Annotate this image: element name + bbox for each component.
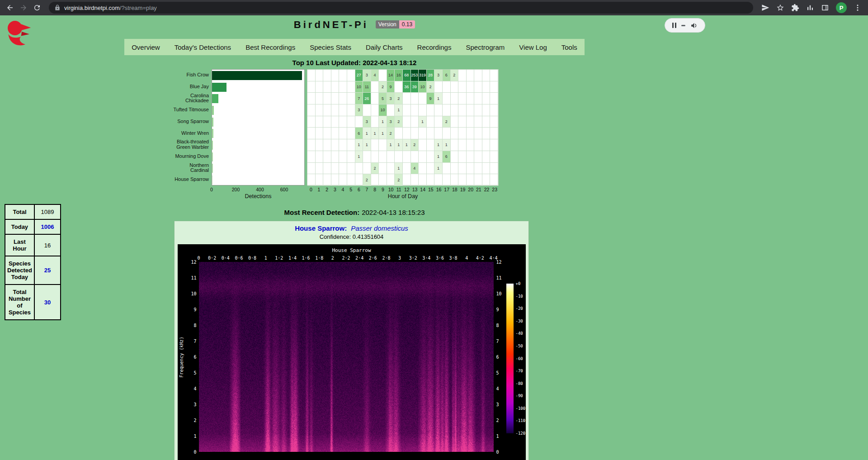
- speaker-icon[interactable]: [690, 22, 698, 29]
- heatmap-cell: 10: [379, 104, 387, 116]
- species-latin-link[interactable]: Passer domesticus: [351, 224, 408, 232]
- heatmap-cell: [307, 93, 316, 104]
- reload-icon[interactable]: [31, 1, 43, 14]
- heatmap-cell: [323, 116, 331, 128]
- heatmap-cell: [339, 128, 347, 139]
- stats-row: Total Number of Species30: [5, 285, 61, 320]
- nav-item-species-stats[interactable]: Species Stats: [302, 43, 359, 51]
- heatmap-cell: 9: [427, 93, 435, 104]
- heatmap-cell: [316, 139, 324, 151]
- stats-value[interactable]: 25: [34, 256, 61, 285]
- nav-item-recordings[interactable]: Recordings: [410, 43, 459, 51]
- extensions-puzzle-icon[interactable]: [791, 4, 799, 12]
- profile-avatar[interactable]: P: [836, 2, 847, 13]
- heatmap-cell: 39: [411, 81, 419, 93]
- spectrogram-freq-tick-left: 9: [179, 307, 197, 312]
- browser-menu-icon[interactable]: [854, 4, 862, 12]
- colorbar-tick: -90: [516, 394, 523, 398]
- heatmap-cell: 1: [434, 93, 443, 104]
- stats-table-body: Total1089Today1006Last Hour16Species Det…: [5, 204, 61, 320]
- colorbar-tick: -100: [516, 406, 526, 411]
- heatmap-cell: [482, 116, 491, 128]
- nav-item-spectrogram[interactable]: Spectrogram: [458, 43, 512, 51]
- nav-item-today-s-detections[interactable]: Today's Detections: [167, 43, 238, 51]
- heatmap-cell: [307, 116, 316, 128]
- address-bar[interactable]: virginia.birdnetpi.com/?stream=play: [49, 2, 753, 14]
- heatmap-cell: 2: [451, 70, 459, 81]
- heatmap-cell: [482, 70, 491, 81]
- heatmap-cell: [339, 174, 347, 186]
- stats-row: Species Detected Today25: [5, 256, 61, 285]
- heatmap-cell: 2: [395, 116, 403, 128]
- species-common-link[interactable]: House Sparrow:: [295, 224, 347, 232]
- player-seek-handle[interactable]: [681, 25, 685, 26]
- heatmap-cell: [419, 163, 427, 175]
- heatmap-cell: [474, 116, 482, 128]
- heatmap-cell: [467, 116, 475, 128]
- nav-item-tools[interactable]: Tools: [554, 43, 585, 51]
- hour-axis-tick: 0: [310, 187, 312, 192]
- heatmap-cell: [451, 139, 459, 151]
- spectrogram-time-tick: 3: [398, 256, 401, 261]
- spectrogram-time-tick: 0·2: [208, 256, 216, 261]
- heatmap-cell: [379, 163, 387, 175]
- heatmap-cell: [411, 116, 419, 128]
- heatmap-cell: 7: [355, 93, 363, 104]
- stats-value[interactable]: 1006: [34, 219, 61, 234]
- hour-axis-tick: 2: [326, 187, 328, 192]
- colorbar-tick: -60: [516, 356, 523, 361]
- nav-item-overview[interactable]: Overview: [124, 43, 167, 51]
- heatmap-cell: [451, 81, 459, 93]
- stats-label: Last Hour: [5, 234, 34, 256]
- heatmap-cell: [451, 163, 459, 175]
- stats-value: 16: [34, 234, 61, 256]
- side-panel-icon[interactable]: [821, 4, 829, 12]
- heatmap-cell: 3: [434, 70, 443, 81]
- pause-icon[interactable]: [672, 23, 676, 28]
- nav-item-daily-charts[interactable]: Daily Charts: [359, 43, 410, 51]
- spectrogram-time-tick: 0·4: [222, 256, 230, 261]
- media-controls-icon[interactable]: [806, 4, 814, 12]
- heatmap-cell: [467, 163, 475, 175]
- stats-label: Total: [5, 204, 34, 219]
- heatmap-cell: 5: [379, 93, 387, 104]
- heatmap-cell: [339, 93, 347, 104]
- nav-item-best-recordings[interactable]: Best Recordings: [238, 43, 302, 51]
- heatmap-cell: 1: [395, 139, 403, 151]
- heatmap-cell: [482, 151, 491, 163]
- stats-value[interactable]: 30: [34, 285, 61, 320]
- heatmap-cell: [451, 116, 459, 128]
- species-label: Mourning Dove: [170, 151, 212, 162]
- hour-axis-tick: 8: [373, 187, 376, 192]
- spectrogram-freq-tick-left: 3: [179, 402, 197, 407]
- heatmap-cell: [371, 116, 379, 128]
- heatmap-cell: [307, 128, 316, 139]
- heatmap-cell: [467, 70, 475, 81]
- send-icon[interactable]: [761, 4, 769, 12]
- heatmap-cell: 3: [355, 104, 363, 116]
- heatmap-cell: [316, 128, 324, 139]
- heatmap-cell: [451, 104, 459, 116]
- heatmap-cell: 6: [443, 70, 451, 81]
- heatmap-cell: [363, 104, 371, 116]
- heatmap-cell: [482, 139, 491, 151]
- toolbar-right-icons: P: [759, 2, 864, 13]
- spectrogram-time-tick: 3·6: [436, 256, 444, 261]
- heatmap-cell: [323, 128, 331, 139]
- nav-item-view-log[interactable]: View Log: [512, 43, 554, 51]
- spectrogram-freq-tick-right: 2: [496, 418, 499, 423]
- forward-icon[interactable]: [17, 1, 30, 14]
- heatmap-cell: [331, 128, 340, 139]
- heatmap-cell: [307, 70, 316, 81]
- heatmap-cell: [331, 174, 340, 186]
- heatmap-cell: [443, 174, 451, 186]
- bookmark-star-icon[interactable]: [776, 4, 784, 12]
- heatmap-cell: 1: [379, 116, 387, 128]
- detections-bar: [212, 175, 212, 185]
- bar-axis-tick: 0: [210, 187, 213, 192]
- spectrogram-time-tick: 3·4: [422, 256, 430, 261]
- colorbar-tick: +0: [516, 281, 521, 286]
- back-icon[interactable]: [4, 1, 16, 14]
- heatmap-cell: [363, 151, 371, 163]
- heatmap-cell: [474, 70, 482, 81]
